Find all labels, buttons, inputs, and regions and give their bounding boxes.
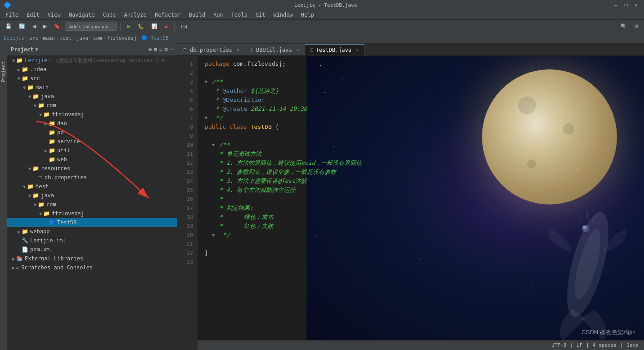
tree-arrow: ▶ bbox=[11, 256, 16, 261]
tree-item-com-test[interactable]: ▼ 📁 com bbox=[7, 200, 177, 209]
menu-run[interactable]: Run bbox=[210, 11, 227, 19]
side-panel[interactable]: Project bbox=[0, 43, 7, 350]
add-config-btn[interactable]: Add Configuration... bbox=[65, 23, 117, 31]
tree-arrow: ▼ bbox=[27, 193, 32, 198]
sort-icon[interactable]: ≣ bbox=[159, 46, 163, 53]
tree-item-scratches[interactable]: ▶ ✏ Scratches and Consoles bbox=[7, 263, 177, 272]
tree-item-testdb[interactable]: 🔵 TestDB bbox=[7, 218, 177, 227]
tab-db-properties[interactable]: 🗒 db.properties ✕ bbox=[177, 44, 245, 55]
breadcrumb-com[interactable]: com bbox=[93, 35, 102, 41]
line-num-15: 15 bbox=[177, 186, 198, 195]
line-numbers: 1 2 3 4 5 6 7 8 9 10 11 12 13 14 15 16 1… bbox=[177, 56, 198, 350]
fold-20[interactable]: ▼ bbox=[212, 231, 219, 240]
minimize-btn[interactable]: — bbox=[612, 2, 620, 8]
tree-label: src bbox=[30, 75, 40, 82]
tree-item-lezijie-iml[interactable]: 🔧 Lezijie.iml bbox=[7, 236, 177, 245]
menu-navigate[interactable]: Navigate bbox=[65, 11, 99, 19]
maximize-btn[interactable]: □ bbox=[622, 2, 630, 8]
stop-btn[interactable]: ■ bbox=[162, 23, 171, 30]
tree-item-src[interactable]: ▼ 📁 src bbox=[7, 74, 177, 83]
menu-analyze[interactable]: Analyze bbox=[120, 11, 150, 19]
flatten-icon[interactable]: ≡ bbox=[154, 46, 158, 53]
code-content[interactable]: package com.ftzlovedsj; ▼/** * @author $… bbox=[198, 56, 644, 350]
tab-dbutil[interactable]: C DBUtil.java ✕ bbox=[245, 44, 305, 55]
menu-view[interactable]: View bbox=[44, 11, 64, 19]
nav-back-btn[interactable]: ◀ bbox=[30, 23, 39, 30]
git-btn[interactable]: Git bbox=[178, 23, 190, 30]
gear-icon[interactable]: ⚙ bbox=[164, 46, 168, 53]
tree-item-java-main[interactable]: ▼ 📁 java bbox=[7, 92, 177, 101]
folder-icon: 📁 bbox=[22, 228, 28, 235]
sync-btn[interactable]: 🔄 bbox=[16, 23, 28, 30]
menu-git[interactable]: Git bbox=[252, 11, 269, 19]
tree-item-lezijie[interactable]: ▼ 📁 Lezijie E:\浏览器下载资料\sakurashop-main\L… bbox=[7, 56, 177, 65]
code-editor[interactable]: 1 2 3 4 5 6 7 8 9 10 11 12 13 14 15 16 1… bbox=[177, 56, 644, 350]
bookmark-btn[interactable]: 🔖 bbox=[51, 23, 63, 30]
folder-icon: 📁 bbox=[22, 75, 28, 82]
run-with-coverage-btn[interactable]: 📊 bbox=[149, 23, 160, 30]
menu-refactor[interactable]: Refactor bbox=[151, 11, 185, 19]
breadcrumb-ftzlovedsj[interactable]: ftzlovedsj bbox=[107, 35, 136, 41]
menu-edit[interactable]: Edit bbox=[23, 11, 43, 19]
breadcrumb-java[interactable]: java bbox=[77, 35, 89, 41]
nav-forward-btn[interactable]: ▶ bbox=[41, 23, 50, 30]
fold-7[interactable]: ▼ bbox=[205, 114, 212, 123]
scope-icon[interactable]: ⊕ bbox=[149, 46, 152, 53]
debug-btn[interactable]: 🐛 bbox=[135, 23, 147, 30]
menu-window[interactable]: Window bbox=[270, 11, 296, 19]
menu-build[interactable]: Build bbox=[185, 11, 209, 19]
tree-item-java-test[interactable]: ▼ 📁 java bbox=[7, 191, 177, 200]
tree-arrow: ▶ bbox=[16, 229, 22, 234]
tree-item-pom-xml[interactable]: 📄 pom.xml bbox=[7, 245, 177, 254]
run-btn[interactable]: ▶ bbox=[124, 23, 133, 30]
ann-author: @author bbox=[222, 86, 247, 95]
tab-close-btn[interactable]: ✕ bbox=[296, 47, 299, 52]
menu-tools[interactable]: Tools bbox=[228, 11, 251, 19]
tree-item-external-libs[interactable]: ▶ 📚 External Libraries bbox=[7, 254, 177, 263]
tree-item-ftzlovedsj-main[interactable]: ▼ 📁 ftzlovedsj bbox=[7, 110, 177, 119]
tree-item-util[interactable]: ▶ 📁 util bbox=[7, 146, 177, 155]
folder-icon: 📁 bbox=[22, 66, 28, 73]
breadcrumb-test[interactable]: test bbox=[60, 35, 72, 41]
breadcrumb-testdb[interactable]: 🔵 TestDB bbox=[141, 35, 168, 41]
settings-btn[interactable]: ⚙ bbox=[631, 23, 641, 30]
tab-close-btn[interactable]: ✕ bbox=[237, 47, 239, 52]
tab-icon: 🗒 bbox=[183, 47, 187, 52]
menu-code[interactable]: Code bbox=[99, 11, 120, 19]
tree-item-webapp[interactable]: ▶ 📁 webapp bbox=[7, 227, 177, 236]
tab-testdb[interactable]: C TestDB.java ✕ bbox=[305, 44, 365, 55]
search-everywhere-btn[interactable]: 🔍 bbox=[618, 23, 630, 30]
tree-item-main[interactable]: ▼ 📁 main bbox=[7, 83, 177, 92]
tree-item-service[interactable]: 📁 service bbox=[7, 137, 177, 146]
save-btn[interactable]: 💾 bbox=[3, 23, 14, 30]
fold-3[interactable]: ▼ bbox=[205, 77, 212, 86]
line-num-13: 13 bbox=[177, 168, 198, 177]
side-panel-label[interactable]: Project bbox=[0, 61, 6, 82]
tree-item-com-main[interactable]: ▼ 📁 com bbox=[7, 101, 177, 110]
title-bar: 🔷 Lezijie - TestDB.java — □ ✕ bbox=[0, 0, 644, 10]
tree-item-db-properties[interactable]: 🗒 db.properties bbox=[7, 173, 177, 182]
tab-label: TestDB.java bbox=[316, 47, 351, 53]
breadcrumb-sep-2: › bbox=[39, 35, 42, 41]
tree-item-test[interactable]: ▼ 📁 test bbox=[7, 182, 177, 191]
breadcrumb-lezijie[interactable]: Lezijie bbox=[4, 35, 24, 41]
line-num-8: 8 bbox=[177, 123, 198, 132]
breadcrumb-src[interactable]: src bbox=[29, 35, 38, 41]
fold-10[interactable]: ▼ bbox=[212, 141, 219, 150]
menu-help[interactable]: Help bbox=[297, 11, 318, 19]
tree-item-dao[interactable]: ▶ 📁 dao bbox=[7, 119, 177, 128]
code-line-20: ▼ */ bbox=[205, 231, 644, 240]
tree-arrow: ▼ bbox=[32, 103, 38, 108]
tree-item-web[interactable]: 📁 web bbox=[7, 155, 177, 164]
close-btn[interactable]: ✕ bbox=[632, 2, 640, 8]
tree-item-po[interactable]: 📁 po bbox=[7, 128, 177, 137]
project-dropdown-icon[interactable]: ▼ bbox=[36, 47, 38, 52]
cmt-19: * 红色：失败 bbox=[219, 222, 273, 231]
tree-item-ftzlovedsj-test[interactable]: ▼ 📁 ftzlovedsj bbox=[7, 209, 177, 218]
tree-item-idea[interactable]: ▶ 📁 .idea bbox=[7, 65, 177, 74]
close-panel-icon[interactable]: — bbox=[170, 46, 173, 53]
menu-file[interactable]: File bbox=[2, 11, 22, 19]
tree-item-resources[interactable]: ▼ 📁 resources bbox=[7, 164, 177, 173]
breadcrumb-main[interactable]: main bbox=[43, 35, 55, 41]
tab-close-btn[interactable]: ✕ bbox=[356, 48, 359, 53]
